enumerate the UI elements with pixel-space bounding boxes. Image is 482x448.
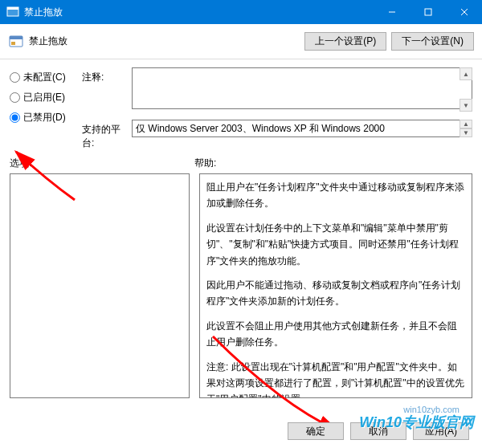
svg-rect-1 [7,7,18,10]
cancel-button[interactable]: 取消 [350,422,406,440]
svg-rect-7 [10,36,22,39]
window-title: 禁止拖放 [24,6,374,19]
radio-not-configured[interactable]: 未配置(C) [10,71,82,84]
svg-rect-8 [11,42,15,45]
radio-enabled[interactable]: 已启用(E) [10,91,82,104]
options-pane [10,173,190,398]
window-controls [374,0,482,24]
comment-input[interactable] [132,67,472,109]
platform-label: 支持的平台: [82,120,132,150]
body-area: 未配置(C) 已启用(E) 已禁用(D) 注释: ▲▼ 支持的平台: 仅 Win… [0,59,482,408]
scroll-up-icon[interactable]: ▲ [460,67,472,80]
next-setting-button[interactable]: 下一个设置(N) [391,32,474,51]
options-label: 选项: [10,157,194,170]
help-label: 帮助: [194,157,472,170]
dialog-buttons: 确定 取消 应用(A) [288,422,469,440]
window-icon [6,6,19,18]
titlebar: 禁止拖放 [0,0,482,24]
policy-icon [8,34,24,50]
config-radios: 未配置(C) 已启用(E) 已禁用(D) [10,67,82,131]
help-text: 阻止用户在"任务计划程序"文件夹中通过移动或复制程序来添加或删除任务。 [206,179,465,212]
help-text: 此设置不会阻止用户使用其他方式创建新任务，并且不会阻止用户删除任务。 [206,318,465,351]
help-text: 因此用户不能通过拖动、移动或复制文档或程序向"任务计划程序"文件夹添加新的计划任… [206,277,465,310]
ok-button[interactable]: 确定 [288,422,344,440]
scroll-down-icon[interactable]: ▼ [460,128,472,137]
apply-button[interactable]: 应用(A) [413,422,469,440]
close-button[interactable] [446,0,482,24]
scroll-up-icon[interactable]: ▲ [460,120,472,128]
scrollbar[interactable]: ▲▼ [460,67,472,112]
help-text: 此设置在计划任务中的上下文菜单和"编辑"菜单中禁用"剪切"、"复制"和"粘贴"快… [206,220,465,269]
help-pane[interactable]: 阻止用户在"任务计划程序"文件夹中通过移动或复制程序来添加或删除任务。 此设置在… [199,173,472,398]
scrollbar[interactable]: ▲▼ [460,120,472,137]
comment-label: 注释: [82,67,132,84]
minimize-button[interactable] [374,0,410,24]
help-text: 注意: 此设置出现在"计算机配置"和"用户配置"文件夹中。如果对这两项设置都进行… [206,359,465,398]
prev-setting-button[interactable]: 上一个设置(P) [304,32,386,51]
maximize-button[interactable] [410,0,446,24]
platform-value: 仅 Windows Server 2003、Windows XP 和 Windo… [132,120,472,137]
scroll-down-icon[interactable]: ▼ [460,99,472,112]
radio-disabled[interactable]: 已禁用(D) [10,111,82,124]
svg-rect-3 [425,9,431,15]
toolbar-title: 禁止拖放 [29,35,300,48]
toolbar: 禁止拖放 上一个设置(P) 下一个设置(N) [0,24,482,59]
